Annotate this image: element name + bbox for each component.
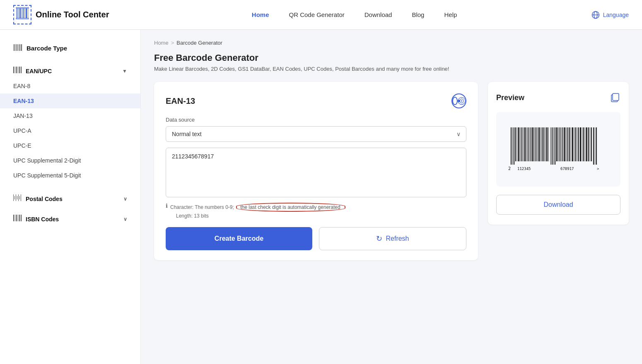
svg-rect-22 [18, 67, 18, 73]
svg-rect-44 [512, 127, 513, 165]
refresh-label: Refresh [386, 235, 409, 242]
nav-download[interactable]: Download [364, 11, 392, 18]
breadcrumb-home[interactable]: Home [154, 40, 169, 46]
svg-rect-73 [558, 127, 559, 161]
svg-rect-0 [17, 8, 17, 18]
field-label: Data source [166, 117, 466, 123]
breadcrumb-separator: > [171, 40, 174, 46]
svg-text:678917: 678917 [560, 167, 574, 171]
copy-button[interactable] [610, 92, 620, 104]
sidebar-item-ean13[interactable]: EAN-13 [0, 93, 140, 108]
svg-rect-59 [536, 127, 536, 161]
select-wrapper: Normal text GS1 Data ∨ [166, 126, 466, 142]
svg-rect-67 [548, 127, 549, 161]
barcode-input[interactable]: 2112345678917 [166, 148, 466, 197]
svg-rect-92 [588, 127, 589, 161]
nav-qr-code-generator[interactable]: QR Code Generator [289, 11, 344, 18]
sidebar-item-upca[interactable]: UPC-A [0, 123, 140, 138]
svg-rect-50 [521, 127, 522, 161]
svg-rect-18 [21, 44, 22, 51]
svg-rect-70 [553, 127, 554, 165]
svg-rect-95 [593, 127, 594, 165]
svg-rect-17 [19, 44, 20, 51]
svg-rect-83 [574, 127, 574, 161]
barcode-form-card: EAN-13 Data source Normal text GS1 Data [154, 82, 478, 260]
svg-rect-75 [561, 127, 562, 161]
svg-rect-51 [523, 127, 524, 161]
nav-help[interactable]: Help [444, 11, 457, 18]
page-title: Free Barcode Generator [154, 53, 629, 63]
svg-rect-26 [14, 196, 15, 199]
barcode-preview: 2 112345 678917 > [496, 112, 620, 187]
sidebar: Barcode Type EAN/UPC ▼ EAN-8 EAN-13 [0, 30, 141, 364]
download-button[interactable]: Download [496, 195, 620, 215]
isbn-icon [13, 215, 22, 223]
language-selector[interactable]: Language [591, 11, 629, 19]
nav-blog[interactable]: Blog [412, 11, 424, 18]
sidebar-group-isbn[interactable]: ISBN Codes ∨ [0, 208, 140, 227]
svg-rect-66 [546, 127, 548, 161]
sidebar-item-ean8[interactable]: EAN-8 [0, 79, 140, 93]
ean-upc-icon [13, 67, 22, 75]
page-title-area: Free Barcode Generator Make Linear Barco… [154, 53, 629, 72]
svg-rect-49 [520, 127, 521, 161]
sidebar-group-ean-upc[interactable]: EAN/UPC ▼ [0, 60, 140, 79]
globe-icon [591, 11, 600, 19]
svg-rect-57 [532, 127, 533, 161]
preview-panel: Preview [488, 82, 629, 225]
svg-rect-43 [511, 127, 512, 165]
logo-text: Online Tool Center [36, 10, 109, 19]
sidebar-item-jan13[interactable]: JAN-13 [0, 108, 140, 123]
sidebar-item-upc-supp5[interactable]: UPC Supplemental 5-Digit [0, 168, 140, 183]
svg-rect-3 [22, 8, 22, 18]
svg-rect-93 [590, 127, 590, 161]
svg-rect-8 [16, 7, 29, 8]
svg-text:2: 2 [508, 166, 511, 171]
header: Online Tool Center Home QR Code Generato… [0, 0, 642, 30]
sidebar-group-postal[interactable]: Postal Codes ∨ [0, 188, 140, 206]
svg-rect-30 [19, 196, 20, 199]
data-source-select[interactable]: Normal text GS1 Data [166, 126, 466, 142]
svg-rect-69 [552, 127, 553, 165]
svg-rect-87 [580, 127, 581, 161]
svg-rect-71 [555, 127, 555, 165]
page-subtitle: Make Linear Barcodes, 2D Codes, GS1 Data… [154, 66, 629, 72]
postal-chevron: ∨ [123, 196, 127, 202]
svg-rect-63 [542, 127, 543, 161]
sidebar-section-title: Barcode Type [0, 43, 140, 60]
svg-rect-80 [569, 127, 570, 161]
svg-rect-32 [13, 215, 14, 221]
info-length-row: Length: 13 bits [166, 213, 466, 219]
barcode-section-icon [13, 43, 22, 53]
svg-rect-21 [16, 67, 17, 73]
svg-rect-55 [529, 127, 530, 161]
preview-header: Preview [496, 92, 620, 104]
svg-rect-89 [583, 127, 584, 161]
svg-rect-78 [566, 127, 567, 161]
svg-rect-13 [14, 44, 14, 51]
info-char: Character: The numbers 0-9; the last che… [170, 203, 345, 212]
svg-rect-48 [518, 127, 519, 161]
svg-rect-74 [560, 127, 560, 161]
svg-rect-36 [19, 215, 20, 221]
svg-rect-90 [585, 127, 585, 161]
svg-text:112345: 112345 [517, 167, 531, 171]
sidebar-item-upce[interactable]: UPC-E [0, 138, 140, 153]
refresh-button[interactable]: ↻ Refresh [319, 227, 466, 250]
nav-home[interactable]: Home [252, 11, 269, 18]
layout: Barcode Type EAN/UPC ▼ EAN-8 EAN-13 [0, 30, 642, 364]
content-row: EAN-13 Data source Normal text GS1 Data [154, 82, 629, 260]
create-barcode-button[interactable]: Create Barcode [166, 227, 312, 250]
button-row: Create Barcode ↻ Refresh [166, 227, 466, 250]
svg-rect-27 [16, 194, 16, 201]
svg-rect-64 [543, 127, 544, 161]
svg-rect-96 [595, 127, 595, 165]
svg-rect-28 [17, 196, 17, 199]
logo-icon [13, 5, 31, 24]
main-content: Home > Barcode Generator Free Barcode Ge… [141, 30, 642, 364]
svg-rect-85 [577, 127, 577, 161]
sidebar-item-upc-supp2[interactable]: UPC Supplemental 2-Digit [0, 153, 140, 168]
svg-rect-61 [538, 127, 540, 161]
svg-rect-88 [582, 127, 582, 161]
info-char-row: ℹ Character: The numbers 0-9; the last c… [166, 203, 466, 212]
